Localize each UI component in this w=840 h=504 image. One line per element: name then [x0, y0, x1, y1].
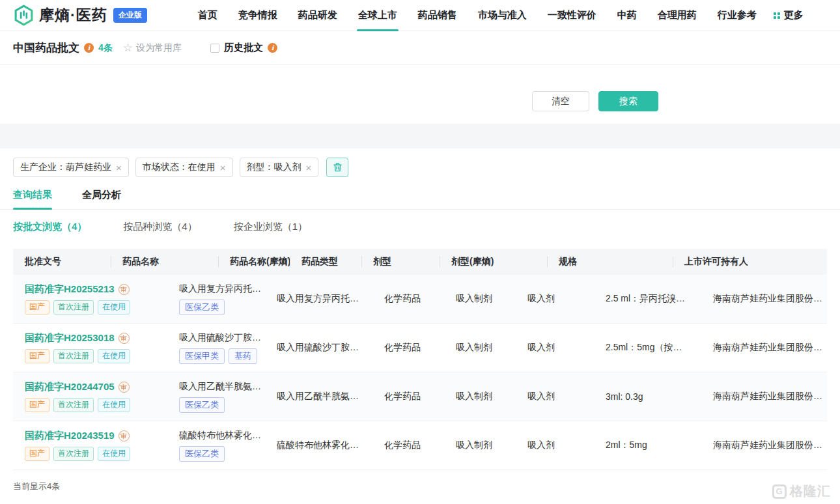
clear-button[interactable]: 清空: [532, 91, 589, 111]
title-info-icon[interactable]: i: [84, 43, 94, 53]
nav-item[interactable]: 一致性评价: [537, 0, 607, 31]
table-column-header: 药品名称: [111, 256, 218, 268]
history-info-icon[interactable]: i: [268, 43, 277, 53]
review-badge-icon[interactable]: 审: [119, 284, 130, 295]
nav-item[interactable]: 全球上市: [348, 0, 408, 31]
holder-cell: 海南葫芦娃药业集团股份…: [701, 293, 827, 305]
insurance-badge: 医保乙类: [179, 397, 225, 413]
browse-subtab[interactable]: 按品种浏览（4）: [123, 221, 197, 233]
search-button[interactable]: 搜索: [598, 91, 658, 111]
more-grid-icon: [774, 12, 780, 19]
nav-item[interactable]: 药品销售: [408, 0, 468, 31]
filter-tag[interactable]: 生产企业：葫芦娃药业 ×: [13, 158, 129, 177]
browse-subtabs: 按批文浏览（4） 按品种浏览（4） 按企业浏览（1）: [0, 210, 840, 241]
drug-type-cell: 化学药品: [372, 391, 444, 402]
filter-tag-label: 市场状态：在使用: [143, 161, 216, 173]
history-approvals-toggle[interactable]: 历史批文 i: [210, 42, 277, 54]
result-summary: 当前显示4条: [0, 470, 840, 503]
insurance-badge: 基药: [229, 348, 257, 364]
insurance-tags: 医保乙类: [179, 397, 257, 413]
star-icon: ☆: [123, 41, 133, 55]
nav-more-menu[interactable]: 更多: [767, 9, 810, 21]
approvals-table: 批准文号 药品名称 药品名称(摩熵) 药品类型 剂型 剂型(摩熵) 规格 上市许…: [13, 249, 827, 470]
nav-item[interactable]: 药品研发: [288, 0, 348, 31]
nav-more-label: 更多: [784, 9, 804, 21]
hexagon-logo-icon: [13, 5, 35, 26]
status-badge: 在使用: [98, 398, 130, 412]
approval-number-cell: 国药准字H20255213 审 国产 首次注册 在使用: [13, 283, 167, 315]
status-badge: 国产: [25, 349, 49, 363]
status-tags: 国产 首次注册 在使用: [25, 300, 160, 315]
history-label: 历史批文: [224, 42, 263, 54]
drug-name-cell: 吸入用硫酸沙丁胺… 医保甲类 基药: [167, 332, 265, 364]
dosage-form-cell: 吸入制剂: [444, 440, 516, 451]
table-row: 国药准字H20253018 审 国产 首次注册 在使用: [13, 324, 827, 372]
filter-tag[interactable]: 市场状态：在使用 ×: [135, 158, 233, 177]
browse-subtab[interactable]: 按批文浏览（4）: [13, 221, 87, 233]
status-badge: 首次注册: [53, 398, 94, 412]
result-tab[interactable]: 查询结果: [13, 189, 52, 209]
history-checkbox[interactable]: [210, 44, 219, 53]
drug-name-moxi-cell: 吸入用乙酰半胱氨…: [265, 391, 372, 402]
set-favorite-button[interactable]: ☆ 设为常用库: [123, 41, 182, 55]
drug-name-cell: 硫酸特布他林雾化… 医保乙类: [167, 430, 265, 462]
clear-all-filters-button[interactable]: [326, 158, 348, 177]
remove-filter-icon[interactable]: ×: [306, 163, 312, 173]
table-column-header: 剂型: [361, 256, 440, 268]
status-badge: 在使用: [98, 349, 130, 363]
drug-name-cell: 吸入用乙酰半胱氨… 医保乙类: [167, 381, 265, 413]
insurance-tags: 医保乙类: [179, 300, 257, 315]
results-section: 生产企业：葫芦娃药业 × 市场状态：在使用 × 剂型：吸入剂 ×: [0, 148, 840, 503]
favorite-label: 设为常用库: [136, 42, 182, 54]
drug-type-cell: 化学药品: [372, 293, 444, 305]
table-column-header: 规格: [547, 256, 673, 268]
trash-icon: [333, 162, 343, 173]
drug-name-text: 吸入用乙酰半胱氨…: [179, 381, 257, 393]
nav-item[interactable]: 合理用药: [647, 0, 707, 31]
remove-filter-icon[interactable]: ×: [116, 163, 122, 173]
nav-item[interactable]: 竞争情报: [228, 0, 288, 31]
approval-number-link[interactable]: 国药准字H20244705: [25, 381, 115, 393]
spec-cell: 2.5ml：5mg（按…: [594, 342, 701, 354]
result-tab[interactable]: 全局分析: [82, 189, 121, 209]
status-badge: 国产: [25, 447, 49, 461]
status-badge: 在使用: [98, 447, 130, 461]
brand-logo[interactable]: 摩熵·医药 企业版: [13, 5, 147, 26]
dosage-form-moxi-cell: 吸入剂: [516, 440, 594, 451]
watermark-text: 格隆汇: [790, 483, 831, 500]
table-row: 国药准字H20243519 审 国产 首次注册 在使用: [13, 421, 827, 470]
filter-tag[interactable]: 剂型：吸入剂 ×: [240, 158, 319, 177]
approval-number-link[interactable]: 国药准字H20255213: [25, 283, 115, 296]
drug-name-text: 吸入用硫酸沙丁胺…: [179, 332, 257, 344]
drug-type-cell: 化学药品: [372, 440, 444, 451]
review-badge-icon[interactable]: 审: [119, 333, 130, 344]
browse-subtab[interactable]: 按企业浏览（1）: [234, 221, 307, 233]
search-actions: 清空 搜索: [0, 65, 840, 111]
nav-item[interactable]: 首页: [188, 0, 228, 31]
approval-number-link[interactable]: 国药准字H20243519: [25, 430, 115, 442]
table-column-header: 药品名称(摩熵): [218, 256, 290, 268]
drug-name-text: 吸入用复方异丙托…: [179, 283, 257, 295]
insurance-badge: 医保乙类: [179, 446, 225, 462]
remove-filter-icon[interactable]: ×: [220, 163, 226, 173]
approval-number-link[interactable]: 国药准字H20253018: [25, 332, 115, 344]
spec-cell: 2ml：5mg: [594, 440, 701, 451]
database-toolbar: 中国药品批文 i 4条 ☆ 设为常用库 历史批文 i: [0, 31, 840, 65]
status-tags: 国产 首次注册 在使用: [25, 349, 160, 363]
drug-name-moxi-cell: 硫酸特布他林雾化…: [265, 440, 372, 451]
review-badge-icon[interactable]: 审: [119, 382, 130, 393]
filter-tag-label: 剂型：吸入剂: [247, 161, 301, 173]
drug-name-moxi-cell: 吸入用复方异丙托…: [265, 293, 372, 305]
review-badge-icon[interactable]: 审: [119, 430, 130, 441]
insurance-badge: 医保甲类: [179, 348, 225, 364]
nav-item[interactable]: 中药: [607, 0, 647, 31]
table-body: 国药准字H20255213 审 国产 首次注册 在使用: [13, 275, 827, 470]
holder-cell: 海南葫芦娃药业集团股份…: [701, 391, 827, 402]
dosage-form-cell: 吸入制剂: [444, 342, 516, 354]
main-nav: 首页 竞争情报 药品研发 全球上市 药品销售 市场与准入 一致性评价 中药 合理…: [188, 0, 767, 31]
section-divider: [0, 124, 840, 148]
nav-item[interactable]: 市场与准入: [468, 0, 537, 31]
nav-item[interactable]: 行业参考: [707, 0, 767, 31]
spec-cell: 2.5 ml：异丙托溴…: [594, 293, 701, 305]
table-column-header: 批准文号: [13, 256, 111, 268]
